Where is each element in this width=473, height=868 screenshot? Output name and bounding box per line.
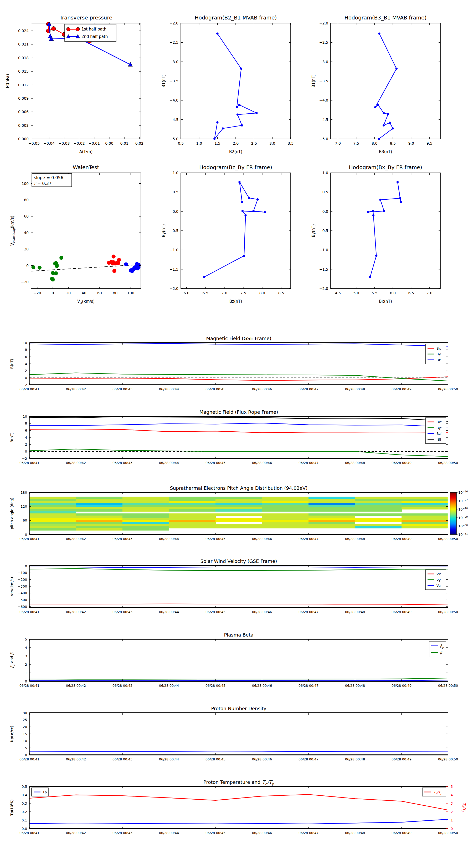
x-tick-label: 40 (82, 291, 87, 295)
y-tick-label: 0 (25, 564, 27, 568)
y-tick-label: 20 (24, 247, 29, 251)
time-tick-label: 06/28 00:50 (438, 757, 458, 761)
panel-title: Hodogram(B2_B1 MVAB frame) (195, 14, 277, 21)
y-tick-label: −1.5 (319, 267, 328, 272)
y-axis-label: pitch angle (deg) (10, 498, 14, 529)
y-tick-label: 0.5 (323, 190, 328, 194)
y-tick-label: 2 (25, 369, 27, 373)
time-tick-label: 06/28 00:50 (438, 387, 458, 391)
x-tick-label: 20 (66, 291, 71, 295)
x-tick-label: 80 (113, 291, 117, 295)
time-tick-label: 06/28 00:44 (159, 461, 179, 465)
x-axis-label: VA(km/s) (77, 299, 95, 305)
x-tick-label: 7.0 (335, 141, 341, 146)
y-tick-label: 0.006 (18, 110, 29, 114)
y-tick-label: 10 (23, 341, 27, 345)
x-tick-label: 2.5 (251, 141, 257, 146)
y-tick-label: 5 (25, 746, 27, 750)
time-tick-label: 06/28 00:50 (438, 461, 458, 465)
time-tick-label: 06/28 00:41 (20, 831, 39, 835)
y-tick-label: 0.3 (22, 802, 27, 805)
time-tick-label: 06/28 00:44 (159, 387, 179, 391)
panel-title: Magnetic Field (Flux Rope Frame) (199, 409, 278, 415)
y-tick-label: −2 (22, 383, 27, 387)
x-tick-label: 5.0 (353, 291, 359, 295)
x-axis-label: B3(nT) (379, 149, 392, 154)
y-tick-label: −4.5 (169, 118, 178, 122)
x-tick-label: −0.04 (43, 141, 55, 146)
y-tick-label: −4.0 (319, 98, 328, 102)
y-tick-label: 180 (21, 491, 27, 495)
time-tick-label: 06/28 00:45 (205, 387, 226, 391)
time-tick-label: 06/28 00:50 (438, 610, 458, 614)
x-tick-label: 8.5 (278, 291, 284, 295)
time-tick-label: 06/28 00:47 (299, 610, 318, 614)
y-axis-label: Vsw(km/s) (10, 577, 14, 596)
y-tick-label: 4 (25, 646, 27, 650)
y-tick-label: 0 (25, 376, 27, 380)
time-tick-label: 06/28 00:49 (392, 461, 411, 465)
y-tick-label: 6 (25, 429, 27, 432)
time-tick-label: 06/28 00:48 (345, 610, 365, 614)
x-tick-label: 9.5 (427, 141, 432, 146)
panel-beta: 06/28 00:4106/28 00:4206/28 00:4306/28 0… (10, 632, 458, 688)
panel-hodogram_b2_b1: 0.51.01.52.02.53.03.5−5.0−4.5−4.0−3.5−3.… (161, 14, 294, 154)
x-tick-label: 7.0 (222, 291, 227, 295)
time-tick-label: 06/28 00:48 (345, 757, 365, 761)
panel-transverse_pressure: −0.05−0.04−0.03−0.02−0.010.000.010.020.0… (5, 14, 143, 154)
y-tick-label: 60 (24, 214, 29, 218)
panel-hodogram_bx_by: 4.55.05.56.06.57.0−2.0−1.5−1.0−0.50.00.5… (311, 164, 440, 304)
y-tick-label: −200 (18, 578, 27, 582)
legend-label: By (437, 352, 441, 356)
y-tick-label: 60 (23, 519, 27, 522)
annotation-line: slope = 0.056 (34, 175, 63, 180)
y-tick-label: −2.5 (319, 40, 328, 44)
time-tick-label: 06/28 00:44 (159, 610, 179, 614)
y-tick-label: −2.0 (169, 286, 178, 291)
x-tick-label: 9.0 (408, 141, 414, 146)
time-tick-label: 06/28 00:50 (438, 537, 458, 541)
panel-b_gse: 06/28 00:4106/28 00:4206/28 00:4306/28 0… (10, 336, 458, 391)
y-tick-label: 4 (25, 436, 27, 439)
x-tick-label: 5.5 (372, 291, 377, 295)
time-tick-label: 06/28 00:48 (345, 387, 365, 391)
y-tick-label: 0.0 (323, 209, 328, 214)
right-y-tick-label: 0 (451, 827, 453, 831)
time-tick-label: 06/28 00:45 (205, 831, 226, 835)
x-tick-label: −0.02 (74, 141, 85, 146)
y-tick-label: −5.0 (319, 137, 328, 141)
y-tick-label: 3 (25, 654, 27, 658)
legend-label: Vy (437, 578, 441, 582)
y-tick-label: −2 (22, 457, 27, 461)
y-tick-label: −400 (18, 591, 27, 595)
time-tick-label: 06/28 00:41 (20, 757, 39, 761)
right-y-tick-label: 2 (451, 810, 453, 814)
y-axis-label: By(nT) (311, 224, 316, 237)
y-tick-label: −2.0 (319, 21, 328, 25)
x-tick-label: 7.0 (427, 291, 432, 295)
time-tick-label: 06/28 00:49 (392, 757, 411, 761)
time-tick-label: 06/28 00:47 (299, 461, 318, 465)
y-tick-label: 0.5 (22, 785, 27, 788)
y-tick-label: 30 (23, 711, 27, 715)
y-tick-label: −100 (18, 571, 27, 575)
right-y-tick-label: 5 (451, 785, 453, 788)
legend-box (429, 641, 446, 657)
y-tick-label: 0.012 (18, 83, 29, 87)
legend-label: Vx (437, 572, 441, 576)
x-axis-label: Bx(nT) (379, 299, 392, 304)
panel-title: Solar Wind Velocity (GSE Frame) (201, 558, 277, 564)
y-tick-label: 0 (25, 679, 27, 683)
colorbar-tick-label: 10−31 (458, 532, 468, 536)
x-tick-label: −0.01 (89, 141, 100, 146)
time-tick-label: 06/28 00:44 (159, 537, 179, 541)
time-tick-label: 06/28 00:46 (252, 757, 272, 761)
x-tick-label: 6.5 (203, 291, 208, 295)
y-tick-label: 0.009 (18, 96, 29, 100)
panel-title: Transverse pressure (59, 14, 112, 21)
time-tick-label: 06/28 00:41 (20, 684, 39, 688)
time-tick-label: 06/28 00:41 (20, 537, 39, 541)
panel-pad: 06/28 00:4106/28 00:4206/28 00:4306/28 0… (10, 485, 458, 541)
x-axis-label: B2(nT) (229, 149, 242, 154)
time-tick-label: 06/28 00:42 (66, 757, 86, 761)
